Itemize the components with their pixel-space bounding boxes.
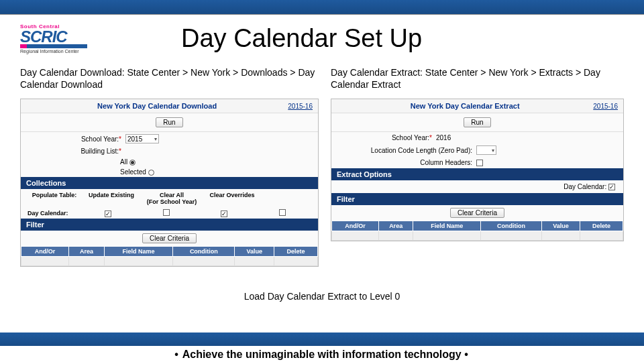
school-year-select-left[interactable]: 2015▾ xyxy=(125,134,159,143)
year-link-left[interactable]: 2015-16 xyxy=(288,103,313,110)
clear-criteria-left[interactable]: Clear Criteria xyxy=(142,233,197,243)
extract-panel: New York Day Calendar Extract 2015-16 Ru… xyxy=(331,99,624,241)
school-year-label-left: School Year: xyxy=(28,135,121,143)
th-cond-r: Condition xyxy=(481,221,541,231)
daycal-label-right: Day Calendar: xyxy=(564,183,606,190)
filter-table-left: And/Or Area Field Name Condition Value D… xyxy=(21,246,318,266)
th-field-r: Field Name xyxy=(413,221,481,231)
col-override: Clear Overrides xyxy=(202,192,262,205)
header: South Central SCRIC Regional Information… xyxy=(0,15,644,66)
th-andor-r: And/Or xyxy=(332,221,379,231)
th-delete-r: Delete xyxy=(580,221,623,231)
school-year-value-right: 2016 xyxy=(436,134,451,141)
chk-clear-existing[interactable] xyxy=(163,209,170,216)
radio-selected[interactable] xyxy=(148,170,154,176)
bullet-icon: • xyxy=(174,349,180,360)
run-button-right[interactable]: Run xyxy=(464,117,490,127)
panel-title-left: New York Day Calendar Download xyxy=(26,102,288,110)
extract-options-bar: Extract Options xyxy=(331,168,623,180)
logo-bar xyxy=(20,44,87,48)
col-clear: Clear All (For School Year) xyxy=(142,192,202,205)
footer-accent-bar xyxy=(0,333,644,346)
th-field: Field Name xyxy=(104,247,173,257)
radio-all-label: All xyxy=(120,158,127,166)
chk-update[interactable] xyxy=(105,210,111,217)
tagline: • Achieve the unimaginable with informat… xyxy=(0,347,644,362)
chk-daycal-right[interactable] xyxy=(608,184,615,190)
loc-select[interactable]: ▾ xyxy=(476,145,496,155)
th-cond: Condition xyxy=(173,247,235,257)
school-year-label-right: School Year: xyxy=(338,134,432,141)
chk-column-headers[interactable] xyxy=(476,160,483,166)
year-link-right[interactable]: 2015-16 xyxy=(593,103,618,110)
table-row[interactable] xyxy=(332,231,623,241)
clear-criteria-right[interactable]: Clear Criteria xyxy=(450,208,504,218)
col-headers-label: Column Headers: xyxy=(338,159,472,166)
bullet-icon: • xyxy=(464,349,470,360)
col-update: Update Existing xyxy=(81,192,142,205)
page-title: Day Calendar Set Up xyxy=(181,24,422,53)
loc-label: Location Code Length (Zero Pad): xyxy=(338,147,472,154)
chk-clear-year[interactable] xyxy=(221,210,227,217)
content: Day Calendar Download: State Center > Ne… xyxy=(0,66,644,267)
daycal-row-label: Day Calendar: xyxy=(28,210,79,217)
chk-override[interactable] xyxy=(279,209,286,216)
run-button-left[interactable]: Run xyxy=(156,117,182,127)
th-area: Area xyxy=(69,247,104,257)
radio-all[interactable] xyxy=(129,160,136,166)
breadcrumb-left: Day Calendar Download: State Center > Ne… xyxy=(20,66,319,93)
breadcrumb-right: Day Calendar Extract: State Center > New… xyxy=(331,66,624,93)
scric-logo: South Central SCRIC Regional Information… xyxy=(20,20,114,57)
left-column: Day Calendar Download: State Center > Ne… xyxy=(20,66,319,267)
th-value-r: Value xyxy=(541,221,580,231)
tagline-text: Achieve the unimaginable with informatio… xyxy=(182,349,462,360)
chevron-down-icon: ▾ xyxy=(154,136,157,142)
collections-bar: Collections xyxy=(21,177,318,189)
th-value: Value xyxy=(235,247,274,257)
table-row[interactable] xyxy=(21,257,318,266)
right-column: Day Calendar Extract: State Center > New… xyxy=(331,66,624,267)
building-list-label: Building List: xyxy=(28,147,121,155)
logo-main-text: SCRIC xyxy=(20,30,114,43)
radio-selected-label: Selected xyxy=(120,168,146,176)
logo-sub-text: Regional Information Center xyxy=(20,49,114,54)
th-delete: Delete xyxy=(274,247,318,257)
th-area-r: Area xyxy=(378,221,413,231)
top-accent-bar xyxy=(0,0,644,15)
chevron-down-icon: ▾ xyxy=(492,147,494,154)
populate-label: Populate Table: xyxy=(28,192,81,205)
filter-bar-left: Filter xyxy=(21,219,318,231)
filter-table-right: And/Or Area Field Name Condition Value D… xyxy=(331,221,623,241)
download-panel: New York Day Calendar Download 2015-16 R… xyxy=(20,99,319,267)
panel-title-right: New York Day Calendar Extract xyxy=(337,102,593,110)
load-instruction: Load Day Calendar Extract to Level 0 xyxy=(0,291,644,302)
th-andor: And/Or xyxy=(21,247,69,257)
filter-bar-right: Filter xyxy=(331,193,623,205)
